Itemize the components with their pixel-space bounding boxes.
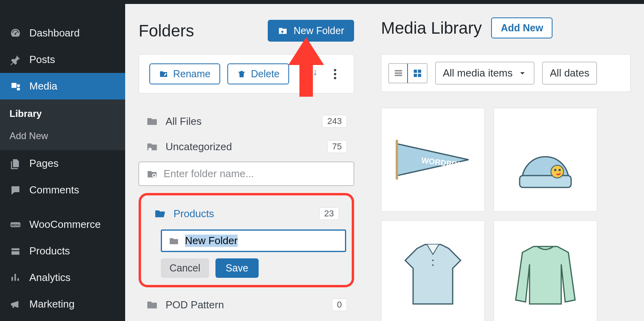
sidebar-item-posts[interactable]: Posts xyxy=(0,46,125,73)
media-library-title: Media Library xyxy=(381,19,482,38)
folder-plus-icon xyxy=(278,26,288,36)
delete-button-label: Delete xyxy=(251,68,280,80)
folder-search[interactable] xyxy=(139,162,354,186)
sidebar-item-label: Analytics xyxy=(29,271,70,284)
folder-label: Uncategorized xyxy=(166,141,232,153)
svg-point-14 xyxy=(558,169,561,171)
folders-toolbar: Rename Delete AZ↓ xyxy=(139,54,354,94)
sidebar-item-label: WooCommerce xyxy=(29,218,101,231)
cancel-button[interactable]: Cancel xyxy=(161,258,209,278)
new-folder-name-field[interactable]: New Folder xyxy=(161,229,346,252)
sidebar-item-media[interactable]: Media xyxy=(0,73,125,99)
svg-point-13 xyxy=(554,169,556,171)
new-folder-button-label: New Folder xyxy=(293,25,344,36)
filter-media-type[interactable]: All media items xyxy=(435,62,534,84)
folder-label: POD Pattern xyxy=(166,299,224,311)
folder-label: All Files xyxy=(166,115,202,128)
sidebar-item-comments[interactable]: Comments xyxy=(0,177,125,203)
sidebar-item-pages[interactable]: Pages xyxy=(0,150,125,177)
rename-button-label: Rename xyxy=(173,68,211,80)
folder-count: 0 xyxy=(332,298,347,311)
sidebar-sub-library[interactable]: Library xyxy=(0,103,125,125)
new-folder-button[interactable]: New Folder xyxy=(268,20,354,42)
svg-text:!: ! xyxy=(150,148,151,151)
svg-rect-10 xyxy=(396,140,398,180)
sidebar-item-dashboard[interactable]: Dashboard xyxy=(0,20,125,46)
sidebar-item-label: Posts xyxy=(29,54,55,66)
folder-count: 75 xyxy=(327,140,347,153)
thumbnail-longsleeve xyxy=(506,233,585,312)
save-button[interactable]: Save xyxy=(215,258,259,278)
sidebar-item-label: Products xyxy=(29,245,70,257)
folder-count: 243 xyxy=(322,115,347,128)
new-folder-name-value[interactable]: New Folder xyxy=(185,235,238,247)
svg-point-16 xyxy=(432,264,434,266)
pages-icon xyxy=(10,158,21,170)
filter-media-type-label: All media items xyxy=(443,67,513,79)
svg-rect-3 xyxy=(281,31,284,32)
comment-icon xyxy=(10,184,21,196)
sidebar-item-marketing[interactable]: Marketing xyxy=(0,291,125,317)
sidebar-item-woocommerce[interactable]: WOO WooCommerce xyxy=(0,211,125,238)
svg-text:WOO: WOO xyxy=(11,223,20,227)
megaphone-icon xyxy=(10,298,21,310)
media-item[interactable] xyxy=(381,220,485,321)
rename-button[interactable]: Rename xyxy=(149,63,220,84)
thumbnail-polo xyxy=(393,233,473,312)
sidebar-item-analytics[interactable]: Analytics xyxy=(0,264,125,291)
view-list-button[interactable] xyxy=(389,64,408,83)
folder-open-icon xyxy=(154,207,166,220)
more-button[interactable] xyxy=(327,65,343,83)
folders-panel: Folders New Folder Rename Delete AZ↓ xyxy=(125,4,368,321)
filter-dates[interactable]: All dates xyxy=(542,62,597,84)
folder-search-input[interactable] xyxy=(164,168,347,180)
sidebar-item-products[interactable]: Products xyxy=(0,238,125,264)
chevron-down-icon xyxy=(518,69,527,78)
folder-row-pod-pattern[interactable]: POD Pattern 0 xyxy=(139,292,354,317)
admin-sidebar: Dashboard Posts Media Library Add New Pa… xyxy=(0,4,125,321)
folder-count: 23 xyxy=(319,207,339,220)
analytics-icon xyxy=(10,272,21,284)
filter-dates-label: All dates xyxy=(550,67,589,79)
thumbnail-beanie xyxy=(506,120,585,199)
folder-alert-icon: ! xyxy=(146,140,158,153)
sidebar-subgroup-media: Library Add New xyxy=(0,99,125,150)
sort-az-icon: AZ↓ xyxy=(306,68,317,80)
folder-edit-icon xyxy=(159,69,168,79)
sidebar-item-label: Pages xyxy=(29,157,59,170)
media-grid: WORDPRESS xyxy=(381,108,631,321)
sort-button[interactable]: AZ↓ xyxy=(303,65,320,83)
grid-icon xyxy=(412,68,423,79)
folder-search-icon xyxy=(146,168,158,180)
media-item[interactable] xyxy=(493,220,597,321)
products-icon xyxy=(10,245,21,257)
svg-point-12 xyxy=(551,165,564,178)
add-new-button[interactable]: Add New xyxy=(491,17,553,38)
delete-button[interactable]: Delete xyxy=(227,63,289,84)
pin-icon xyxy=(10,54,21,66)
sidebar-item-label: Marketing xyxy=(29,298,74,310)
svg-point-15 xyxy=(432,260,434,261)
svg-rect-11 xyxy=(520,176,571,187)
view-grid-button[interactable] xyxy=(408,64,427,83)
media-filter-bar: All media items All dates xyxy=(381,54,631,92)
folder-label: Products xyxy=(173,208,214,220)
annotation-highlight-box: Products 23 New Folder Cancel Save xyxy=(139,193,354,287)
list-icon xyxy=(393,68,404,79)
folder-row-uncategorized[interactable]: ! Uncategorized 75 xyxy=(139,134,354,159)
media-library-panel: Media Library Add New All media items Al… xyxy=(368,4,644,321)
folder-home-icon xyxy=(146,115,158,128)
media-icon xyxy=(10,80,21,92)
folder-row-products[interactable]: Products 23 xyxy=(147,201,346,226)
kebab-icon xyxy=(334,69,336,79)
media-item[interactable]: WORDPRESS xyxy=(381,108,485,212)
media-item[interactable] xyxy=(493,108,597,212)
folder-icon xyxy=(168,235,179,246)
folder-row-all-files[interactable]: All Files 243 xyxy=(139,109,354,134)
view-toggle xyxy=(389,63,427,83)
trash-icon xyxy=(237,69,246,79)
admin-topbar xyxy=(0,0,644,4)
folder-icon xyxy=(146,298,158,311)
sidebar-item-label: Dashboard xyxy=(29,27,80,39)
sidebar-sub-add-new[interactable]: Add New xyxy=(0,125,125,147)
